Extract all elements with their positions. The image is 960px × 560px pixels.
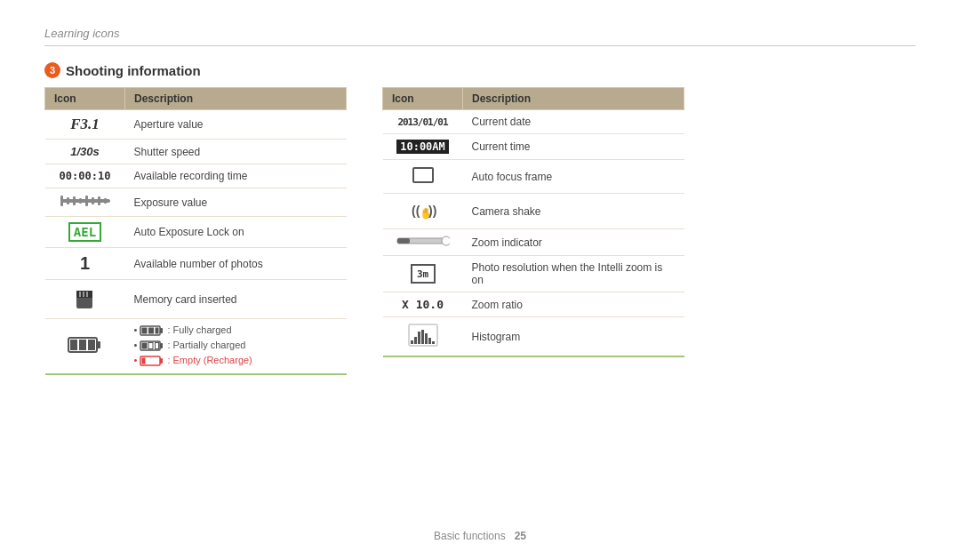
desc-shutter: Shutter speed (125, 140, 347, 164)
desc-zoom: Zoom indicator (463, 229, 684, 256)
svg-rect-32 (413, 168, 433, 182)
zoom-svg (396, 235, 450, 247)
table-row: 1/30s Shutter speed (45, 140, 347, 164)
battery-partial-icon (140, 340, 164, 351)
svg-rect-17 (79, 340, 86, 350)
svg-rect-12 (83, 292, 84, 297)
memcard-svg (73, 285, 98, 310)
icon-zoomratio-cell: X 10.0 (383, 292, 463, 317)
desc-date: Current date (463, 110, 684, 134)
battery-icon (68, 345, 103, 357)
svg-rect-40 (411, 340, 413, 344)
svg-rect-11 (79, 292, 81, 297)
icon-number-cell: 1 (45, 248, 125, 280)
icon-battery-cell (45, 319, 125, 375)
table-row: 1 Available number of photos (45, 248, 347, 280)
icon-ael-cell: AEL (45, 217, 125, 248)
svg-rect-45 (428, 338, 431, 344)
tables-row: Icon Description F3.1 Aperture value 1/3… (44, 87, 916, 375)
table-row: 3m Photo resolution when the Intelli zoo… (383, 256, 684, 292)
battery-empty-icon (140, 356, 164, 366)
svg-rect-46 (432, 341, 435, 344)
date-icon: 2013/01/01 (397, 116, 447, 128)
icon-recording-cell: 00:00:10 (45, 164, 125, 188)
svg-rect-23 (156, 328, 159, 334)
desc-shake: Camera shake (463, 194, 684, 229)
svg-rect-28 (156, 343, 159, 349)
svg-rect-13 (86, 292, 88, 297)
battery-partial-item: : Partially charged (134, 340, 338, 351)
svg-rect-3 (73, 196, 76, 205)
icon-resolution-cell: 3m (383, 256, 463, 292)
svg-rect-6 (92, 197, 94, 204)
icon-aperture-cell: F3.1 (45, 110, 125, 140)
page-container: Learning icons 3 Shooting information Ic… (0, 0, 960, 560)
battery-svg (68, 335, 103, 355)
histogram-icon (407, 338, 439, 350)
section-title: 3 Shooting information (44, 62, 916, 78)
table-row: Exposure value (45, 188, 347, 217)
battery-full-item: : Fully charged (134, 324, 338, 336)
time-icon: 10:00AM (396, 140, 449, 154)
battery-full-icon (140, 325, 164, 336)
icon-histogram-cell (383, 317, 463, 357)
battery-empty-item: : Empty (Recharge) (134, 355, 338, 366)
exposure-svg (59, 194, 112, 208)
desc-afframe: Auto focus frame (463, 160, 684, 194)
icon-shake-cell: (( ✋ )) (383, 194, 463, 229)
icon-exposure-cell (45, 188, 125, 217)
svg-rect-16 (70, 340, 77, 350)
desc-histogram: Histogram (463, 317, 684, 357)
svg-rect-25 (160, 343, 163, 348)
section-label: Shooting information (66, 63, 201, 78)
page-title: Learning icons (44, 27, 120, 40)
svg-rect-4 (79, 198, 82, 204)
shake-icon: (( ✋ )) (408, 211, 438, 223)
footer-page: 25 (515, 530, 526, 542)
desc-time: Current time (463, 134, 684, 160)
zoomratio-icon: X 10.0 (402, 298, 444, 311)
table-row: 00:00:10 Available recording time (45, 164, 347, 188)
afframe-icon (410, 175, 436, 188)
afframe-svg (410, 165, 436, 185)
zoom-icon (396, 237, 450, 250)
table-row: : Fully charged : Partially charged (45, 319, 347, 375)
svg-rect-2 (67, 197, 69, 204)
exposure-icon (59, 194, 112, 210)
svg-rect-1 (60, 196, 63, 206)
page-header: Learning icons (44, 27, 916, 46)
right-col-desc: Description (463, 88, 684, 110)
histogram-svg (407, 323, 439, 348)
shutter-icon: 1/30s (70, 145, 100, 158)
icon-date-cell: 2013/01/01 (383, 110, 463, 134)
svg-rect-5 (85, 196, 88, 206)
page-footer: Basic functions 25 (0, 530, 960, 542)
memcard-icon (73, 300, 98, 313)
icon-afframe-cell (383, 160, 463, 194)
svg-rect-43 (421, 330, 424, 344)
desc-zoomratio: Zoom ratio (463, 292, 684, 317)
icon-memcard-cell (45, 280, 125, 319)
table-row: F3.1 Aperture value (45, 110, 347, 140)
desc-ael: Auto Exposure Lock on (125, 217, 347, 248)
svg-rect-18 (88, 340, 95, 350)
ael-icon: AEL (68, 222, 101, 242)
table-row: Auto focus frame (383, 160, 684, 194)
number-icon: 1 (80, 253, 90, 273)
svg-rect-44 (425, 333, 428, 344)
table-row: 10:00AM Current time (383, 134, 684, 160)
desc-exposure: Exposure value (125, 188, 347, 217)
recording-icon: 00:00:10 (60, 170, 111, 182)
svg-text:)): )) (428, 204, 436, 218)
resolution-icon: 3m (411, 264, 436, 284)
svg-rect-37 (397, 238, 410, 244)
desc-number: Available number of photos (125, 248, 347, 280)
svg-rect-8 (104, 198, 107, 204)
shake-svg: (( ✋ )) (408, 199, 438, 220)
icon-shutter-cell: 1/30s (45, 140, 125, 164)
svg-rect-21 (142, 328, 148, 334)
table-row: Zoom indicator (383, 229, 684, 256)
table-row: (( ✋ )) Camera shake (383, 194, 684, 229)
svg-point-38 (442, 236, 450, 245)
table-row: 2013/01/01 Current date (383, 110, 684, 134)
